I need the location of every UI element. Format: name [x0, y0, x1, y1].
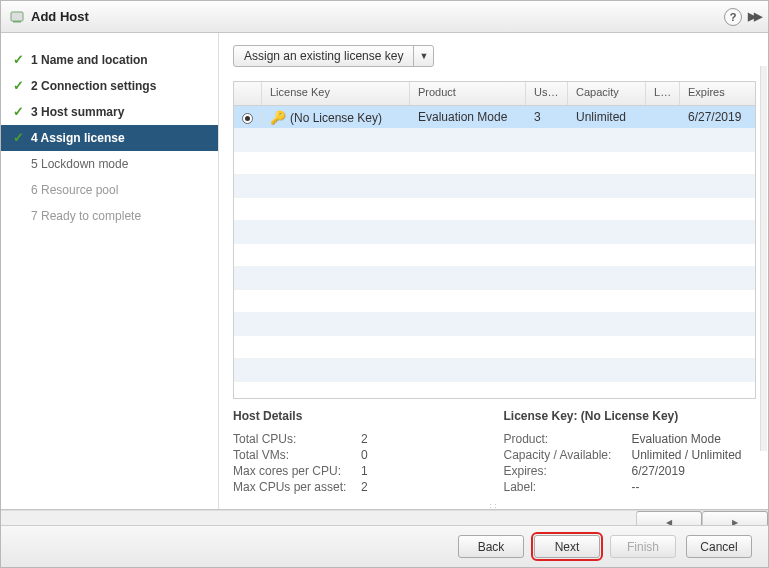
radio-icon[interactable]	[242, 113, 253, 124]
details-row: Max cores per CPU:1	[233, 463, 486, 479]
wizard-step-3[interactable]: ✓3 Host summary	[1, 99, 218, 125]
details-value: Unlimited / Unlimited	[632, 448, 742, 462]
wizard-step-7: ✓7 Ready to complete	[1, 203, 218, 229]
table-row-empty	[234, 198, 755, 221]
details-value: 6/27/2019	[632, 464, 685, 478]
details-key: Capacity / Available:	[504, 448, 632, 462]
next-button[interactable]: Next	[534, 535, 600, 558]
details-value: 0	[361, 448, 368, 462]
details-key: Total CPUs:	[233, 432, 361, 446]
column-capacity[interactable]: Capacity	[568, 82, 646, 105]
host-icon	[9, 9, 25, 25]
details-key: Max CPUs per asset:	[233, 480, 361, 494]
step-label: 7 Ready to complete	[31, 208, 141, 224]
details-row: Capacity / Available:Unlimited / Unlimit…	[504, 447, 757, 463]
cell-usage: 3	[526, 110, 568, 124]
cancel-button[interactable]: Cancel	[686, 535, 752, 558]
details-value: Evaluation Mode	[632, 432, 721, 446]
step-label: 6 Resource pool	[31, 182, 118, 198]
key-icon: 🔑	[270, 110, 286, 125]
step-label: 4 Assign license	[31, 130, 125, 146]
table-row-empty	[234, 313, 755, 336]
table-row-empty	[234, 290, 755, 313]
license-mode-dropdown[interactable]: Assign an existing license key ▼	[233, 45, 434, 67]
table-row-empty	[234, 336, 755, 359]
step-label: 2 Connection settings	[31, 78, 156, 94]
resize-handle[interactable]: ::	[233, 501, 756, 509]
checkmark-icon: ✓	[13, 52, 27, 68]
footer-buttons: Back Next Finish Cancel	[1, 525, 768, 567]
details-value: 2	[361, 480, 368, 494]
details-row: Max CPUs per asset:2	[233, 479, 486, 495]
table-header: License Key Product Usa... Capacity La..…	[234, 82, 755, 106]
help-icon[interactable]: ?	[724, 8, 742, 26]
finish-button: Finish	[610, 535, 676, 558]
wizard-step-5[interactable]: ✓5 Lockdown mode	[1, 151, 218, 177]
dialog-title: Add Host	[31, 9, 89, 24]
details-row: Total CPUs:2	[233, 431, 486, 447]
cell-expires: 6/27/2019	[680, 110, 755, 124]
step-label: 3 Host summary	[31, 104, 124, 120]
cell-capacity: Unlimited	[568, 110, 646, 124]
column-product[interactable]: Product	[410, 82, 526, 105]
details-value: 1	[361, 464, 368, 478]
host-details-column: Host Details Total CPUs:2Total VMs:0Max …	[233, 409, 486, 495]
table-row-empty	[234, 129, 755, 152]
checkmark-icon: ✓	[13, 78, 27, 94]
svg-rect-0	[11, 12, 23, 21]
column-license-key[interactable]: License Key	[262, 82, 410, 105]
details-row: Total VMs:0	[233, 447, 486, 463]
horizontal-scrollbar[interactable]: ◀ ▶	[1, 510, 768, 525]
details-row: Expires:6/27/2019	[504, 463, 757, 479]
table-row[interactable]: 🔑(No License Key)Evaluation Mode3Unlimit…	[234, 106, 755, 129]
column-expires[interactable]: Expires	[680, 82, 755, 105]
host-details-heading: Host Details	[233, 409, 486, 423]
svg-rect-1	[13, 21, 21, 23]
details-panel: Host Details Total CPUs:2Total VMs:0Max …	[233, 409, 756, 499]
license-details-column: License Key: (No License Key) Product:Ev…	[504, 409, 757, 495]
column-usage[interactable]: Usa...	[526, 82, 568, 105]
main-panel: Assign an existing license key ▼ License…	[219, 33, 768, 509]
details-row: Label:--	[504, 479, 757, 495]
details-row: Product:Evaluation Mode	[504, 431, 757, 447]
column-la[interactable]: La...	[646, 82, 680, 105]
column-select	[234, 82, 262, 105]
wizard-step-6: ✓6 Resource pool	[1, 177, 218, 203]
cell-product: Evaluation Mode	[410, 110, 526, 124]
add-host-dialog: Add Host ? ▶▶ ✓1 Name and location✓2 Con…	[0, 0, 769, 568]
chevron-down-icon: ▼	[413, 46, 433, 66]
table-row-empty	[234, 221, 755, 244]
expand-icon[interactable]: ▶▶	[748, 10, 760, 23]
checkmark-icon: ✓	[13, 104, 27, 120]
table-row-empty	[234, 267, 755, 290]
details-value: 2	[361, 432, 368, 446]
table-row-empty	[234, 382, 755, 399]
table-body: 🔑(No License Key)Evaluation Mode3Unlimit…	[234, 106, 755, 399]
details-key: Label:	[504, 480, 632, 494]
vertical-scrollbar[interactable]	[760, 66, 767, 451]
table-row-empty	[234, 152, 755, 175]
license-table: License Key Product Usa... Capacity La..…	[233, 81, 756, 399]
cell-key: 🔑(No License Key)	[262, 110, 410, 125]
titlebar: Add Host ? ▶▶	[1, 1, 768, 33]
dropdown-label: Assign an existing license key	[234, 46, 413, 66]
details-key: Product:	[504, 432, 632, 446]
table-row-empty	[234, 359, 755, 382]
details-key: Expires:	[504, 464, 632, 478]
wizard-step-4[interactable]: ✓4 Assign license	[1, 125, 218, 151]
license-details-heading: License Key: (No License Key)	[504, 409, 757, 423]
details-value: --	[632, 480, 640, 494]
wizard-steps-sidebar: ✓1 Name and location✓2 Connection settin…	[1, 33, 219, 509]
wizard-step-2[interactable]: ✓2 Connection settings	[1, 73, 218, 99]
table-row-empty	[234, 175, 755, 198]
cell-radio	[234, 110, 262, 124]
details-key: Max cores per CPU:	[233, 464, 361, 478]
wizard-step-1[interactable]: ✓1 Name and location	[1, 47, 218, 73]
back-button[interactable]: Back	[458, 535, 524, 558]
details-key: Total VMs:	[233, 448, 361, 462]
table-row-empty	[234, 244, 755, 267]
step-label: 1 Name and location	[31, 52, 148, 68]
step-label: 5 Lockdown mode	[31, 156, 128, 172]
checkmark-icon: ✓	[13, 130, 27, 146]
